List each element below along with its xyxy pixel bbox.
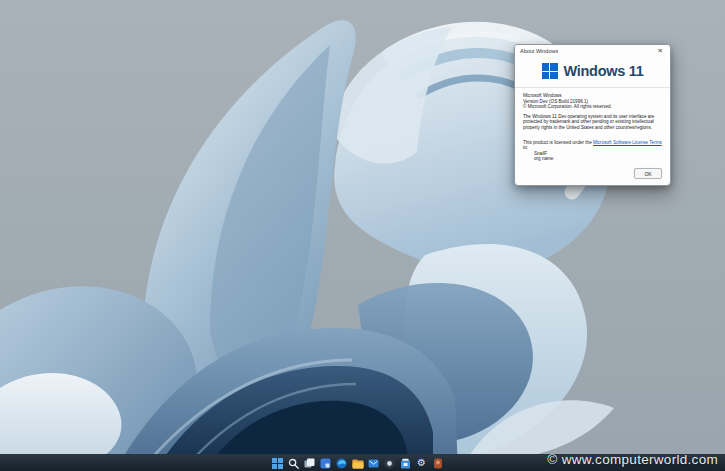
dialog-body: Microsoft Windows Version Dev (OS Build … — [515, 88, 670, 162]
settings-icon[interactable]: ⚙ — [415, 457, 428, 470]
mail-icon[interactable] — [367, 457, 380, 470]
search-icon[interactable] — [287, 457, 300, 470]
taskbar-icons: ⚙ — [271, 457, 444, 470]
ok-button[interactable]: OK — [634, 168, 662, 179]
license-prefix: This product is licensed under the — [523, 140, 593, 145]
app-dark-icon[interactable] — [383, 457, 396, 470]
dialog-titlebar[interactable]: About Windows ✕ — [515, 45, 670, 56]
windows-11-logo: Windows 11 — [515, 56, 670, 88]
user-app-icon[interactable] — [431, 457, 444, 470]
about-windows-dialog: About Windows ✕ Windows 11 Microsoft Win… — [514, 44, 671, 186]
license-terms-link[interactable]: Microsoft Software License Terms — [593, 140, 662, 145]
store-icon[interactable] — [399, 457, 412, 470]
license-suffix: to: — [523, 145, 528, 150]
windows-11-wordmark: Windows 11 — [564, 63, 644, 79]
desktop: © www.computerworld.com — [0, 0, 725, 471]
close-icon[interactable]: ✕ — [656, 48, 665, 54]
watermark: © www.computerworld.com — [547, 452, 718, 467]
windows-logo-icon — [542, 63, 558, 79]
legal-paragraph: The Windows 11 Dev operating system and … — [523, 114, 662, 131]
start-icon[interactable] — [271, 457, 284, 470]
registered-organization: org name — [523, 156, 662, 162]
file-explorer-icon[interactable] — [351, 457, 364, 470]
license-line: This product is licensed under the Micro… — [523, 140, 662, 151]
widgets-icon[interactable] — [319, 457, 332, 470]
task-view-icon[interactable] — [303, 457, 316, 470]
edge-icon[interactable] — [335, 457, 348, 470]
dialog-title: About Windows — [520, 48, 558, 54]
